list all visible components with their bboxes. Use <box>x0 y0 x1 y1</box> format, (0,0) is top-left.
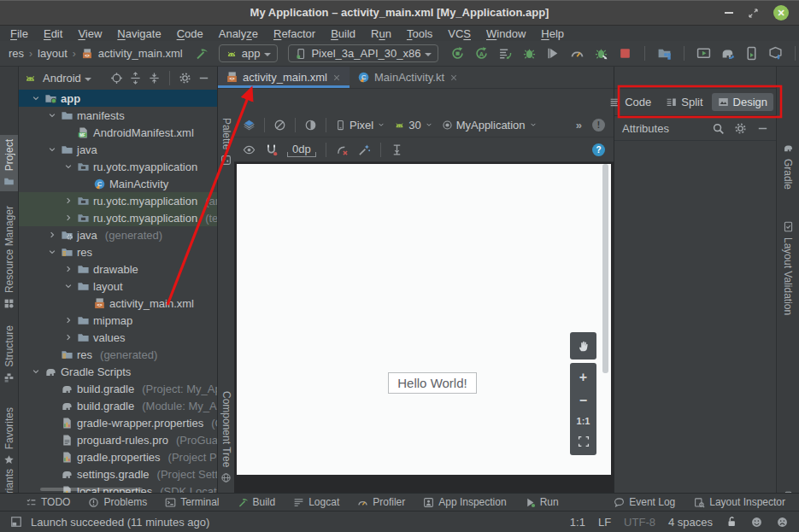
toolwindow-layout-inspector[interactable]: Layout Inspector <box>694 496 785 508</box>
build-project-icon[interactable] <box>195 47 209 61</box>
caret-position[interactable]: 1:1 <box>570 516 585 529</box>
toolwindow-app-inspection[interactable]: App Inspection <box>423 496 506 508</box>
menu-vcs[interactable]: VCS <box>440 27 479 40</box>
stripe-gradle[interactable]: Gradle <box>777 138 799 194</box>
settings-gear-icon[interactable] <box>734 122 747 135</box>
clear-all-constraints-icon[interactable] <box>336 143 349 156</box>
tree-item-layout[interactable]: layout <box>19 278 217 295</box>
hide-panel-icon[interactable] <box>197 72 210 85</box>
gradle-sync-icon[interactable] <box>720 46 735 61</box>
chevron-expanded-icon[interactable] <box>31 93 41 103</box>
sdk-manager-icon[interactable] <box>768 46 783 61</box>
chevron-collapsed-icon[interactable] <box>47 230 57 240</box>
tree-item-settings-gradle-project-settings[interactable]: settings.gradle(Project Settings) <box>19 465 217 482</box>
minimize-button[interactable] <box>725 12 733 14</box>
device-manager-icon[interactable] <box>744 46 759 61</box>
tab-activity-main-xml[interactable]: <> activity_main.xml <box>218 67 350 88</box>
tree-item-ru-yotc-myapplication[interactable]: ru.yotc.myapplication <box>19 158 217 175</box>
profiler-icon[interactable] <box>570 46 585 61</box>
menu-tools[interactable]: Tools <box>399 27 440 40</box>
toolwindow-profiler[interactable]: Profiler <box>357 496 405 508</box>
pack-icon[interactable] <box>391 143 403 156</box>
debug-icon[interactable] <box>522 46 537 61</box>
view-options-icon[interactable] <box>243 143 256 156</box>
indent-setting[interactable]: 4 spaces <box>668 516 713 529</box>
enable-autoconnect-icon[interactable] <box>265 143 278 156</box>
zoom-in-button[interactable]: + <box>579 371 587 384</box>
chevron-expanded-icon[interactable] <box>31 366 41 377</box>
textview-hello-world[interactable]: Hello World! <box>388 372 477 394</box>
chevron-collapsed-icon[interactable] <box>63 213 73 223</box>
night-mode-icon[interactable] <box>304 119 317 132</box>
breadcrumb-layout[interactable]: layout <box>38 47 68 60</box>
collapse-all-icon[interactable] <box>148 72 161 85</box>
canvas-vertical-scrollbar[interactable] <box>602 164 608 373</box>
stripe-structure[interactable]: Structure <box>0 321 18 388</box>
close-button[interactable]: ✕ <box>773 5 789 20</box>
run-with-coverage-icon[interactable] <box>498 46 513 61</box>
tree-item-gradle-scripts[interactable]: Gradle Scripts <box>19 363 217 380</box>
stripe-project[interactable]: Project <box>0 135 18 191</box>
tree-item-ru-yotc-myapplication-test[interactable]: ru.yotc.myapplication(test) <box>19 209 217 226</box>
toolwindow-event-log[interactable]: Event Log <box>614 496 675 508</box>
tree-item-res[interactable]: res <box>19 243 217 260</box>
chevron-collapsed-icon[interactable] <box>63 264 73 274</box>
orientation-icon[interactable] <box>273 119 286 132</box>
toolbar-overflow-chevrons[interactable]: » <box>576 119 582 132</box>
hide-panel-icon[interactable] <box>756 122 769 135</box>
tree-item-proguard-rules-pro-proguard-rules-for-app[interactable]: proguard-rules.pro(ProGuard Rules for "a… <box>19 431 217 448</box>
chevron-collapsed-icon[interactable] <box>63 196 73 206</box>
menu-file[interactable]: File <box>3 27 36 40</box>
close-tab-icon[interactable] <box>332 73 342 83</box>
tree-item-res-generated[interactable]: res(generated) <box>19 346 217 363</box>
stripe-layout-validation[interactable]: Layout Validation <box>777 217 799 319</box>
toolwindow-todo[interactable]: TODO <box>26 496 70 508</box>
mode-code-button[interactable]: Code <box>603 93 657 111</box>
apply-code-changes-icon[interactable]: A <box>474 46 489 61</box>
menu-help[interactable]: Help <box>533 27 572 40</box>
tree-item-build-gradle-module-my-application-app[interactable]: build.gradle(Module: My_Application.app) <box>19 397 217 414</box>
project-tree-scrollbar[interactable] <box>40 488 143 491</box>
tree-item-app[interactable]: app <box>19 90 217 107</box>
tree-item-gradle-properties-project-properties[interactable]: gradle.properties(Project Properties) <box>19 448 217 465</box>
menu-analyze[interactable]: Analyze <box>211 27 266 40</box>
menu-view[interactable]: View <box>70 27 109 40</box>
menu-navigate[interactable]: Navigate <box>109 27 168 40</box>
menu-refactor[interactable]: Refactor <box>266 27 323 40</box>
breadcrumb-res[interactable]: res <box>9 47 24 60</box>
mode-design-button[interactable]: Design <box>712 93 773 111</box>
zoom-to-fit-icon[interactable] <box>578 436 590 447</box>
chevron-expanded-icon[interactable] <box>47 247 57 257</box>
api-version-selector[interactable]: 30 <box>394 119 432 132</box>
tree-item-build-gradle-project-my-application[interactable]: build.gradle(Project: My_Application) <box>19 380 217 397</box>
issues-badge[interactable]: ! <box>592 119 605 132</box>
project-structure-icon[interactable] <box>657 46 672 61</box>
chevron-expanded-icon[interactable] <box>47 110 57 120</box>
toolwindow-build[interactable]: Build <box>238 496 276 508</box>
chevron-collapsed-icon[interactable] <box>63 315 73 325</box>
tree-item-drawable[interactable]: drawable <box>19 260 217 278</box>
attach-debugger-icon[interactable] <box>594 46 608 61</box>
project-view-selector[interactable]: Android <box>43 72 81 85</box>
menu-run[interactable]: Run <box>363 27 399 40</box>
menu-code[interactable]: Code <box>169 27 211 40</box>
lock-icon[interactable] <box>726 516 737 528</box>
close-tab-icon[interactable] <box>449 73 459 83</box>
toolwindow-problems[interactable]: Problems <box>88 496 147 508</box>
breadcrumb-activity-main-xml[interactable]: activity_main.xml <box>98 47 183 60</box>
tree-item-java-generated[interactable]: java(generated) <box>19 226 217 243</box>
stripe-palette[interactable]: Palette <box>218 114 234 170</box>
settings-gear-icon[interactable] <box>179 72 191 85</box>
run-config-selector[interactable]: app <box>219 44 279 62</box>
tree-item-manifests[interactable]: manifests <box>19 107 217 124</box>
line-ending[interactable]: LF <box>598 516 611 529</box>
pan-button[interactable] <box>570 332 596 360</box>
tree-item-mipmap[interactable]: mipmap <box>19 312 217 329</box>
tree-item-androidmanifest-xml[interactable]: MFAndroidManifest.xml <box>19 124 217 141</box>
zoom-reset-button[interactable]: 1:1 <box>577 416 590 426</box>
apply-changes-icon[interactable] <box>450 46 465 61</box>
menu-window[interactable]: Window <box>479 27 533 40</box>
tree-item-activity-main-xml[interactable]: <>activity_main.xml <box>19 295 217 312</box>
device-selector[interactable]: Pixel_3a_API_30_x86 <box>288 44 438 62</box>
stop-icon[interactable] <box>618 46 632 61</box>
